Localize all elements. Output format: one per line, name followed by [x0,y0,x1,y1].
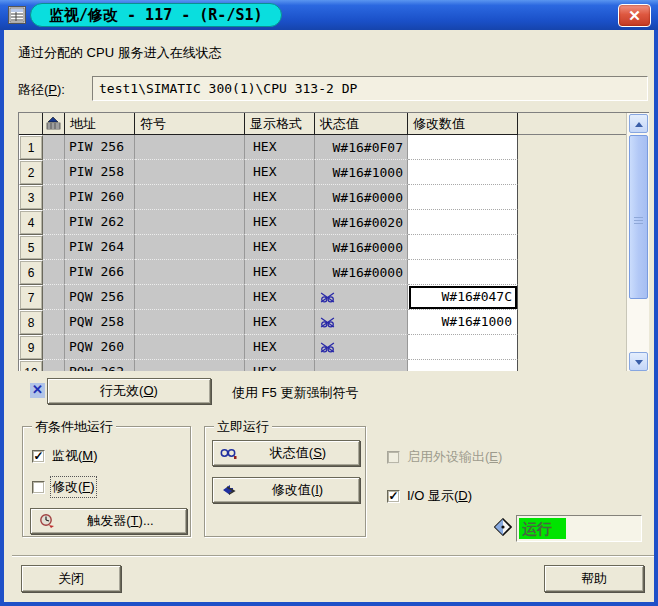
symbol-cell[interactable] [135,260,245,285]
format-cell[interactable]: HEX [245,235,315,260]
vertical-scrollbar[interactable] [626,113,649,371]
modify-checkbox-row[interactable]: 修改(F) [32,478,95,496]
status-values-button[interactable]: 状态值(S) [212,440,360,466]
modify-cell[interactable] [408,360,518,371]
format-cell[interactable]: HEX [245,360,315,371]
close-button[interactable]: 关闭 [21,565,121,592]
modify-values-label: 修改值(I) [236,481,359,499]
address-cell[interactable]: PQW258 [65,310,135,335]
header-filler [518,113,627,135]
scrollbar-thumb[interactable] [629,135,648,299]
row-number[interactable]: 10 [19,360,43,371]
status-cell: W#16#0000 [315,185,408,210]
header-address[interactable]: 地址 [65,113,135,135]
row-number[interactable]: 7 [19,285,43,310]
format-cell[interactable]: HEX [245,210,315,235]
io-display-label: I/O 显示(D) [407,487,472,505]
modify-cell[interactable] [408,185,518,210]
symbol-cell[interactable] [135,235,245,260]
status-cell [315,360,408,371]
format-cell[interactable]: HEX [245,260,315,285]
row-filler [518,160,627,185]
symbol-cell[interactable] [135,135,245,160]
table-row: 7 PQW256 HEX W#16#047C [19,285,627,310]
enable-peripheral-output-row: 启用外设输出(E) [387,448,502,466]
group-conditional-label: 有条件地运行 [32,418,116,436]
title-bar[interactable]: 监视/修改 - 117 - (R-/S1) ✕ [0,0,658,30]
modify-cell[interactable] [408,135,518,160]
format-cell[interactable]: HEX [245,335,315,360]
symbol-cell[interactable] [135,285,245,310]
row-number[interactable]: 9 [19,335,43,360]
status-values-label: 状态值(S) [237,444,359,462]
address-column-icon[interactable] [43,113,65,135]
path-field[interactable]: test1\SIMATIC 300(1)\CPU 313-2 DP [92,76,648,101]
address-cell[interactable]: PIW258 [65,160,135,185]
address-cell[interactable]: PQW262 [65,360,135,371]
address-cell[interactable]: PIW266 [65,260,135,285]
row-number[interactable]: 3 [19,185,43,210]
monitor-crossed-icon [320,317,335,328]
header-symbol[interactable]: 符号 [135,113,245,135]
address-cell[interactable]: PIW262 [65,210,135,235]
row-marker-cell [43,210,65,235]
trigger-button[interactable]: 触发器(T)... [30,508,187,534]
format-cell[interactable]: HEX [245,310,315,335]
row-invalid-button[interactable]: 行无效(O) [47,378,211,404]
symbol-cell[interactable] [135,335,245,360]
enable-peripheral-output-checkbox [387,451,400,464]
address-cell[interactable]: PQW260 [65,335,135,360]
format-cell[interactable]: HEX [245,135,315,160]
modify-cell[interactable] [408,160,518,185]
close-icon[interactable]: ✕ [618,4,651,27]
header-status[interactable]: 状态值 [315,113,408,135]
address-cell[interactable]: PIW264 [65,235,135,260]
help-button[interactable]: 帮助 [544,565,644,592]
scroll-down-icon[interactable] [629,352,648,371]
format-cell[interactable]: HEX [245,285,315,310]
header-rownum[interactable] [19,113,43,135]
modify-cell[interactable] [408,210,518,235]
address-cell[interactable]: PIW256 [65,135,135,160]
status-cell: W#16#0020 [315,210,408,235]
row-number[interactable]: 5 [19,235,43,260]
io-display-row[interactable]: I/O 显示(D) [387,487,472,505]
row-number[interactable]: 2 [19,160,43,185]
symbol-cell[interactable] [135,160,245,185]
address-cell[interactable]: PQW256 [65,285,135,310]
format-cell[interactable]: HEX [245,160,315,185]
monitor-checkbox[interactable] [32,450,45,463]
variable-table-icon [8,6,26,24]
table-row: 6 PIW266 HEX W#16#0000 [19,260,627,285]
header-modify[interactable]: 修改数值 [408,113,518,135]
modify-cell[interactable] [408,260,518,285]
io-display-checkbox[interactable] [387,490,400,503]
row-number[interactable]: 8 [19,310,43,335]
symbol-cell[interactable] [135,310,245,335]
modify-cell[interactable] [408,335,518,360]
table-row: 1 PIW256 HEX W#16#0F07 [19,135,627,160]
address-cell[interactable]: PIW260 [65,185,135,210]
monitor-label: 监视(M) [52,447,98,465]
format-cell[interactable]: HEX [245,185,315,210]
modify-cell[interactable] [408,235,518,260]
row-number[interactable]: 4 [19,210,43,235]
row-filler [518,235,627,260]
symbol-cell[interactable] [135,210,245,235]
monitor-checkbox-row[interactable]: 监视(M) [32,447,98,465]
row-number[interactable]: 1 [19,135,43,160]
modify-cell[interactable]: W#16#1000 [408,310,518,335]
modify-values-button[interactable]: 修改值(I) [212,477,360,503]
modify-cell[interactable]: W#16#047C [408,285,518,310]
symbol-cell[interactable] [135,360,245,371]
symbol-cell[interactable] [135,185,245,210]
modify-checkbox[interactable] [32,481,45,494]
table-row: 5 PIW264 HEX W#16#0000 [19,235,627,260]
status-cell [315,335,408,360]
header-format[interactable]: 显示格式 [245,113,315,135]
row-marker-cell [43,160,65,185]
table-row: 10 PQW262 HEX [19,360,627,371]
group-immediate-label: 立即运行 [214,418,272,436]
row-number[interactable]: 6 [19,260,43,285]
scroll-up-icon[interactable] [629,114,648,133]
